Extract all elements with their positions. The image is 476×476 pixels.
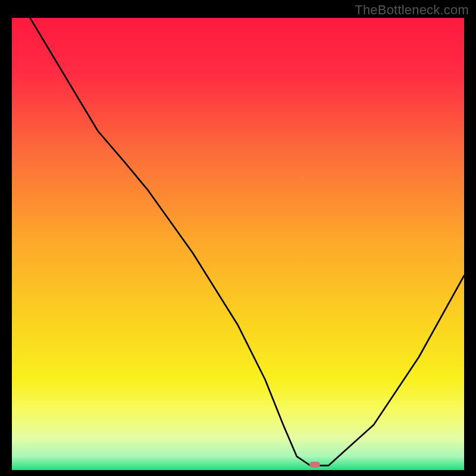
chart-frame: TheBottleneck.com bbox=[0, 0, 476, 476]
optimal-marker bbox=[309, 462, 320, 468]
bottleneck-curve bbox=[12, 18, 464, 470]
watermark-text: TheBottleneck.com bbox=[355, 2, 469, 18]
plot-area bbox=[12, 18, 464, 470]
